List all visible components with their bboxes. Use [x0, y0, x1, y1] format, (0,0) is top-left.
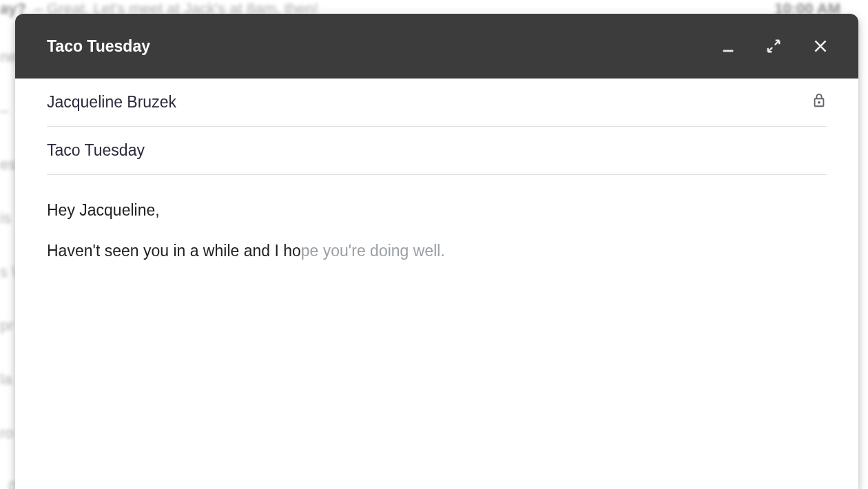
body-greeting: Hey Jacqueline, [47, 198, 827, 222]
lock-icon [812, 93, 827, 112]
expand-button[interactable] [766, 39, 781, 54]
close-icon [812, 37, 829, 55]
minimize-button[interactable] [721, 39, 736, 54]
compose-title: Taco Tuesday [47, 37, 721, 56]
compose-body-textarea[interactable]: Hey Jacqueline, Haven't seen you in a wh… [47, 175, 827, 279]
compose-header: Taco Tuesday [15, 14, 858, 79]
compose-window: Taco Tuesday Jacqueline Bruzek [15, 14, 858, 489]
to-field-row[interactable]: Jacqueline Bruzek [47, 79, 827, 127]
smart-compose-suggestion: pe you're doing well. [301, 242, 445, 260]
bg-left-fragments: ne – es is s \ pr la ro _0 [0, 48, 17, 489]
body-line: Haven't seen you in a while and I hope y… [47, 239, 827, 263]
compose-body: Jacqueline Bruzek Taco Tuesday Hey Jacqu… [15, 79, 858, 489]
close-button[interactable] [812, 37, 829, 55]
typed-text: Haven't seen you in a while and I ho [47, 242, 301, 260]
subject-field-value: Taco Tuesday [47, 141, 827, 160]
subject-field-row[interactable]: Taco Tuesday [47, 127, 827, 175]
to-field-value: Jacqueline Bruzek [47, 93, 812, 112]
header-controls [721, 37, 829, 55]
svg-rect-0 [723, 50, 734, 52]
minimize-icon [721, 39, 736, 54]
expand-icon [766, 39, 781, 54]
